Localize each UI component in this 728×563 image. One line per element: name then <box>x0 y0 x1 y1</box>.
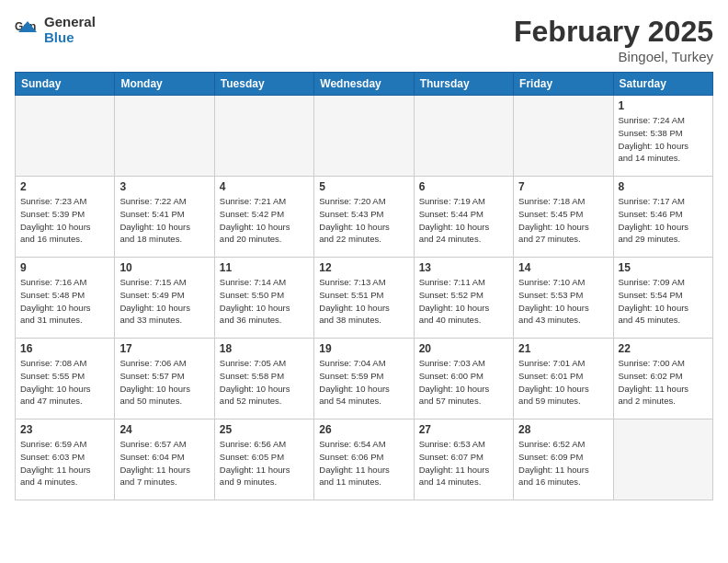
calendar-week-row: 16Sunrise: 7:08 AM Sunset: 5:55 PM Dayli… <box>16 339 713 419</box>
day-info: Sunrise: 7:08 AM Sunset: 5:55 PM Dayligh… <box>20 357 109 408</box>
day-info: Sunrise: 6:52 AM Sunset: 6:09 PM Dayligh… <box>518 438 608 488</box>
day-number: 7 <box>518 180 608 193</box>
weekday-header: Thursday <box>414 73 513 96</box>
calendar-cell: 6Sunrise: 7:19 AM Sunset: 5:44 PM Daylig… <box>414 177 513 258</box>
day-number: 12 <box>319 261 408 274</box>
calendar-cell: 14Sunrise: 7:10 AM Sunset: 5:53 PM Dayli… <box>514 258 613 339</box>
page-header: Gen General Blue February 2025 Bingoel, … <box>15 15 713 64</box>
day-info: Sunrise: 6:53 AM Sunset: 6:07 PM Dayligh… <box>419 438 508 488</box>
day-number: 5 <box>319 180 408 193</box>
day-info: Sunrise: 6:54 AM Sunset: 6:06 PM Dayligh… <box>319 438 408 488</box>
calendar-cell: 28Sunrise: 6:52 AM Sunset: 6:09 PM Dayli… <box>514 419 613 500</box>
calendar-cell: 1Sunrise: 7:24 AM Sunset: 5:38 PM Daylig… <box>613 96 712 177</box>
day-info: Sunrise: 7:16 AM Sunset: 5:48 PM Dayligh… <box>20 276 109 327</box>
calendar-cell: 15Sunrise: 7:09 AM Sunset: 5:54 PM Dayli… <box>613 258 712 339</box>
calendar-cell: 24Sunrise: 6:57 AM Sunset: 6:04 PM Dayli… <box>115 419 214 500</box>
day-number: 17 <box>119 342 209 355</box>
day-number: 1 <box>619 99 708 112</box>
day-number: 4 <box>220 180 309 193</box>
calendar-cell: 5Sunrise: 7:20 AM Sunset: 5:43 PM Daylig… <box>314 177 414 258</box>
title-block: February 2025 Bingoel, Turkey <box>514 15 713 64</box>
day-info: Sunrise: 7:20 AM Sunset: 5:43 PM Dayligh… <box>319 195 408 246</box>
calendar-cell: 11Sunrise: 7:14 AM Sunset: 5:50 PM Dayli… <box>214 258 313 339</box>
day-number: 19 <box>319 342 408 355</box>
day-info: Sunrise: 7:19 AM Sunset: 5:44 PM Dayligh… <box>419 195 508 246</box>
calendar-cell: 9Sunrise: 7:16 AM Sunset: 5:48 PM Daylig… <box>16 258 115 339</box>
day-number: 2 <box>20 180 109 193</box>
weekday-header: Monday <box>115 73 214 96</box>
day-info: Sunrise: 7:06 AM Sunset: 5:57 PM Dayligh… <box>119 357 209 408</box>
calendar-cell: 26Sunrise: 6:54 AM Sunset: 6:06 PM Dayli… <box>314 419 414 500</box>
day-info: Sunrise: 7:14 AM Sunset: 5:50 PM Dayligh… <box>220 276 309 327</box>
day-number: 21 <box>518 342 608 355</box>
day-info: Sunrise: 7:09 AM Sunset: 5:54 PM Dayligh… <box>619 276 708 327</box>
day-info: Sunrise: 6:59 AM Sunset: 6:03 PM Dayligh… <box>20 438 109 488</box>
calendar-cell <box>514 96 613 177</box>
day-number: 8 <box>619 180 708 193</box>
day-info: Sunrise: 7:15 AM Sunset: 5:49 PM Dayligh… <box>119 276 209 327</box>
calendar-cell: 20Sunrise: 7:03 AM Sunset: 6:00 PM Dayli… <box>414 339 513 419</box>
calendar-cell <box>115 96 214 177</box>
calendar-cell: 18Sunrise: 7:05 AM Sunset: 5:58 PM Dayli… <box>214 339 313 419</box>
day-number: 18 <box>220 342 309 355</box>
day-number: 16 <box>20 342 109 355</box>
day-number: 22 <box>619 342 708 355</box>
day-info: Sunrise: 7:03 AM Sunset: 6:00 PM Dayligh… <box>419 357 508 408</box>
calendar-table: SundayMondayTuesdayWednesdayThursdayFrid… <box>15 72 713 500</box>
day-number: 11 <box>220 261 309 274</box>
day-info: Sunrise: 7:13 AM Sunset: 5:51 PM Dayligh… <box>319 276 408 327</box>
calendar-subtitle: Bingoel, Turkey <box>514 49 713 64</box>
calendar-cell: 7Sunrise: 7:18 AM Sunset: 5:45 PM Daylig… <box>514 177 613 258</box>
day-number: 24 <box>119 423 209 436</box>
calendar-cell: 23Sunrise: 6:59 AM Sunset: 6:03 PM Dayli… <box>16 419 115 500</box>
calendar-title: February 2025 <box>514 15 713 49</box>
weekday-header: Friday <box>514 73 613 96</box>
day-number: 13 <box>419 261 508 274</box>
calendar-cell: 19Sunrise: 7:04 AM Sunset: 5:59 PM Dayli… <box>314 339 414 419</box>
day-number: 26 <box>319 423 408 436</box>
calendar-cell: 13Sunrise: 7:11 AM Sunset: 5:52 PM Dayli… <box>414 258 513 339</box>
day-number: 10 <box>119 261 209 274</box>
weekday-header: Wednesday <box>314 73 414 96</box>
weekday-header: Sunday <box>16 73 115 96</box>
day-info: Sunrise: 7:00 AM Sunset: 6:02 PM Dayligh… <box>619 357 708 408</box>
calendar-cell: 22Sunrise: 7:00 AM Sunset: 6:02 PM Dayli… <box>613 339 712 419</box>
calendar-week-row: 2Sunrise: 7:23 AM Sunset: 5:39 PM Daylig… <box>16 177 713 258</box>
logo-icon: Gen <box>15 17 40 43</box>
calendar-cell: 2Sunrise: 7:23 AM Sunset: 5:39 PM Daylig… <box>16 177 115 258</box>
calendar-cell <box>16 96 115 177</box>
day-number: 25 <box>220 423 309 436</box>
day-info: Sunrise: 7:11 AM Sunset: 5:52 PM Dayligh… <box>419 276 508 327</box>
day-info: Sunrise: 6:57 AM Sunset: 6:04 PM Dayligh… <box>119 438 209 488</box>
calendar-week-row: 9Sunrise: 7:16 AM Sunset: 5:48 PM Daylig… <box>16 258 713 339</box>
day-info: Sunrise: 7:23 AM Sunset: 5:39 PM Dayligh… <box>20 195 109 246</box>
calendar-cell: 16Sunrise: 7:08 AM Sunset: 5:55 PM Dayli… <box>16 339 115 419</box>
calendar-cell: 12Sunrise: 7:13 AM Sunset: 5:51 PM Dayli… <box>314 258 414 339</box>
day-number: 3 <box>119 180 209 193</box>
weekday-header: Tuesday <box>214 73 313 96</box>
day-number: 20 <box>419 342 508 355</box>
calendar-week-row: 23Sunrise: 6:59 AM Sunset: 6:03 PM Dayli… <box>16 419 713 500</box>
day-number: 27 <box>419 423 508 436</box>
calendar-cell: 4Sunrise: 7:21 AM Sunset: 5:42 PM Daylig… <box>214 177 313 258</box>
calendar-cell: 25Sunrise: 6:56 AM Sunset: 6:05 PM Dayli… <box>214 419 313 500</box>
calendar-cell: 21Sunrise: 7:01 AM Sunset: 6:01 PM Dayli… <box>514 339 613 419</box>
calendar-cell: 27Sunrise: 6:53 AM Sunset: 6:07 PM Dayli… <box>414 419 513 500</box>
calendar-week-row: 1Sunrise: 7:24 AM Sunset: 5:38 PM Daylig… <box>16 96 713 177</box>
day-number: 15 <box>619 261 708 274</box>
day-number: 9 <box>20 261 109 274</box>
day-info: Sunrise: 7:24 AM Sunset: 5:38 PM Dayligh… <box>619 114 708 165</box>
day-info: Sunrise: 7:01 AM Sunset: 6:01 PM Dayligh… <box>518 357 608 408</box>
day-number: 6 <box>419 180 508 193</box>
day-info: Sunrise: 7:05 AM Sunset: 5:58 PM Dayligh… <box>220 357 309 408</box>
day-number: 23 <box>20 423 109 436</box>
day-number: 28 <box>518 423 608 436</box>
day-info: Sunrise: 7:17 AM Sunset: 5:46 PM Dayligh… <box>619 195 708 246</box>
calendar-cell <box>214 96 313 177</box>
calendar-cell: 3Sunrise: 7:22 AM Sunset: 5:41 PM Daylig… <box>115 177 214 258</box>
day-info: Sunrise: 7:18 AM Sunset: 5:45 PM Dayligh… <box>518 195 608 246</box>
day-info: Sunrise: 7:10 AM Sunset: 5:53 PM Dayligh… <box>518 276 608 327</box>
logo: Gen General Blue <box>15 15 96 45</box>
calendar-cell: 17Sunrise: 7:06 AM Sunset: 5:57 PM Dayli… <box>115 339 214 419</box>
weekday-header-row: SundayMondayTuesdayWednesdayThursdayFrid… <box>16 73 713 96</box>
